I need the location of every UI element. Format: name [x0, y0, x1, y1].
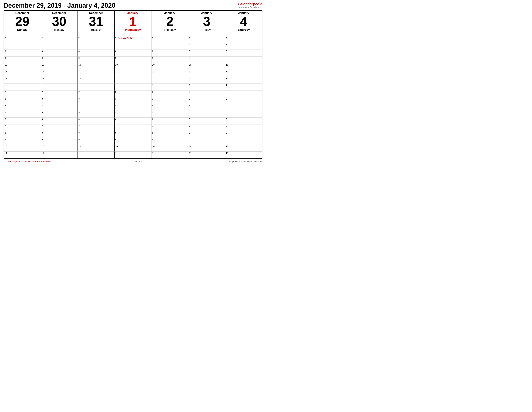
day-headers-row: December29SundayDecember30MondayDecember… [4, 11, 262, 36]
time-cell-r14-c4: 8 [152, 131, 188, 138]
time-label-r8-c4: 2 [152, 91, 153, 93]
day-name-3: Wednesday [116, 28, 150, 31]
time-label-r12-c6: 6 [226, 118, 227, 120]
time-label-r3-c5: 9 [189, 57, 190, 59]
time-label-r1-c1: 7 [41, 43, 43, 46]
day-number-5: 3 [189, 15, 224, 28]
time-label-r11-c0: 5 [5, 111, 6, 114]
time-label-r5-c5: 11 [189, 71, 191, 73]
time-cell-r8-c5: 2 [188, 91, 225, 97]
time-label-r8-c2: 2 [78, 91, 80, 93]
time-label-r8-c1: 2 [41, 91, 43, 93]
time-cell-r13-c1: 7 [41, 124, 78, 131]
time-label-r5-c1: 11 [41, 71, 44, 73]
time-label-r11-c5: 5 [189, 111, 190, 114]
time-label-r12-c3: 6 [115, 118, 116, 120]
time-cell-r4-c3: 10 [114, 63, 152, 70]
time-label-r10-c6: 4 [226, 104, 227, 107]
time-cell-r11-c2: 5 [78, 111, 114, 118]
day-number-0: 29 [5, 15, 39, 28]
day-name-4: Thursday [152, 28, 187, 31]
time-label-r6-c2: 12 [78, 77, 81, 80]
time-label-r14-c4: 8 [152, 132, 153, 134]
time-label-r6-c3: 12 [115, 77, 118, 80]
day-header-4: January2Thursday [152, 11, 188, 36]
time-cell-r11-c0: 5 [4, 111, 41, 118]
time-label-r8-c0: 2 [5, 91, 6, 93]
time-cell-r16-c4: 10 [152, 145, 188, 152]
time-label-r0-c6: 6 [226, 37, 227, 39]
time-label-r5-c4: 11 [152, 71, 154, 73]
time-cell-r14-c5: 8 [188, 131, 225, 138]
time-cell-r3-c2: 9 [78, 56, 114, 63]
time-label-r9-c1: 3 [41, 98, 43, 100]
time-label-r6-c4: 12 [152, 77, 154, 80]
time-label-r2-c3: 8 [115, 50, 116, 53]
time-label-r17-c0: 11 [5, 152, 7, 155]
time-cell-r4-c4: 10 [152, 63, 188, 70]
time-label-r7-c6: 1 [226, 84, 227, 87]
time-cell-r4-c5: 10 [188, 63, 225, 70]
time-cell-r1-c3: 7 [114, 43, 152, 50]
time-label-r2-c1: 8 [41, 50, 43, 53]
day-header-3: January1Wednesday [114, 11, 152, 36]
time-label-r13-c3: 7 [115, 125, 116, 127]
time-cell-r17-c6: 11 [225, 152, 262, 158]
time-label-r10-c5: 4 [189, 104, 190, 107]
time-cell-r5-c4: 11 [152, 70, 188, 77]
time-label-r17-c4: 11 [152, 152, 154, 155]
time-cell-r10-c5: 4 [188, 104, 225, 111]
time-cell-r3-c6: 9 [225, 56, 262, 63]
time-label-r14-c5: 8 [189, 132, 190, 134]
time-label-r15-c3: 9 [115, 138, 116, 141]
time-label-r7-c1: 1 [41, 84, 43, 87]
time-label-r1-c2: 7 [78, 43, 80, 46]
time-label-r11-c6: 5 [226, 111, 227, 114]
time-cell-r12-c6: 6 [225, 118, 262, 124]
time-label-r4-c4: 10 [152, 64, 154, 66]
time-label-r1-c4: 7 [152, 43, 153, 46]
time-cell-r11-c1: 5 [41, 111, 78, 118]
time-label-r0-c1: 6 [41, 37, 43, 39]
time-label-r7-c5: 1 [189, 84, 190, 87]
time-cell-r3-c0: 9 [4, 56, 41, 63]
time-label-r15-c5: 9 [189, 138, 190, 141]
time-label-r11-c4: 5 [152, 111, 153, 114]
time-cell-r11-c5: 5 [188, 111, 225, 118]
time-label-r17-c2: 11 [78, 152, 81, 155]
time-cell-r4-c0: 10 [4, 63, 41, 70]
time-cell-r12-c2: 6 [78, 118, 114, 124]
time-label-r7-c3: 1 [115, 84, 116, 87]
time-cell-r16-c3: 10 [114, 145, 152, 152]
time-cell-r13-c0: 7 [4, 124, 41, 131]
day-number-6: 4 [226, 15, 261, 28]
page-header: December 29, 2019 - January 4, 2020 Cale… [4, 2, 262, 9]
time-cell-r12-c3: 6 [114, 118, 152, 124]
time-cell-r6-c2: 12 [78, 77, 114, 84]
time-label-r10-c3: 4 [115, 104, 116, 107]
time-cell-r15-c5: 9 [188, 138, 225, 145]
time-label-r16-c1: 10 [41, 145, 44, 148]
time-cell-r5-c5: 11 [188, 70, 225, 77]
time-label-r9-c6: 3 [226, 98, 227, 100]
time-cell-r17-c4: 11 [152, 152, 188, 158]
time-cell-r1-c4: 7 [152, 43, 188, 50]
time-cell-r8-c4: 2 [152, 91, 188, 97]
time-label-r12-c4: 6 [152, 118, 153, 120]
time-cell-r3-c5: 9 [188, 56, 225, 63]
time-label-r9-c2: 3 [78, 98, 80, 100]
footer-website: www.calendarpedia.com [25, 160, 51, 163]
time-label-r17-c6: 11 [226, 152, 228, 155]
time-label-r12-c0: 6 [5, 118, 6, 120]
time-cell-r7-c2: 1 [78, 84, 114, 91]
time-cell-r10-c6: 4 [225, 104, 262, 111]
time-label-r2-c0: 8 [5, 50, 6, 53]
time-label-r6-c0: 12 [5, 77, 7, 80]
time-label-r9-c3: 3 [115, 98, 116, 100]
time-cell-r8-c6: 2 [225, 91, 262, 97]
time-cell-r17-c0: 11 [4, 152, 41, 158]
time-cell-r8-c0: 2 [4, 91, 41, 97]
time-cell-r0-c5: 6 [188, 36, 225, 43]
footer-disclaimer: Data provided 'as is' without warranty [227, 160, 262, 163]
time-label-r15-c1: 9 [41, 138, 43, 141]
